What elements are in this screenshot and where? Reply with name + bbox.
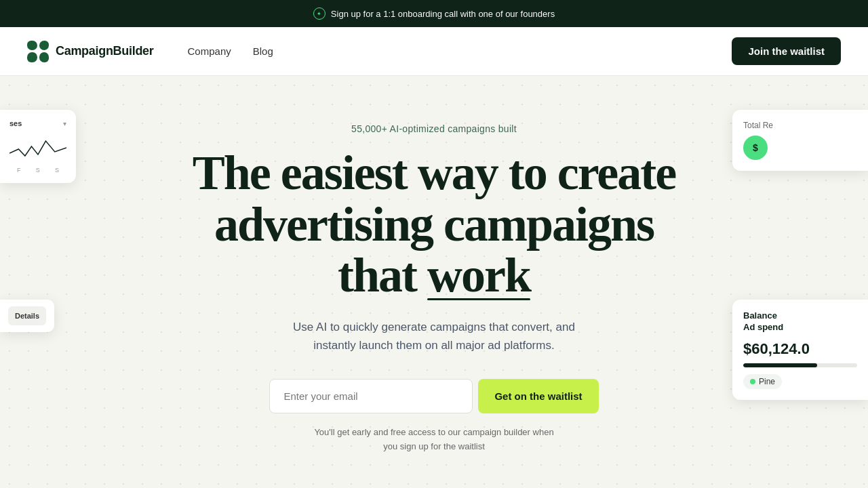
widget-left-details: Details [0,300,54,332]
widget-right-balance: Balance Ad spend $60,124.0 Pine [732,300,868,400]
balance-label: Balance [743,310,857,321]
hero-note-line2: you sign up for the waitlist [383,441,485,451]
email-input[interactable] [269,379,473,413]
dollar-circle: $ [743,136,768,160]
balance-amount: $60,124.0 [743,340,857,358]
hero-subtitle: Use AI to quickly generate campaigns tha… [176,318,692,354]
logo-icon [27,41,49,62]
banner-text: Sign up for a 1:1 onboarding call with o… [331,9,555,19]
nav-links: Company Blog [188,45,732,58]
pine-dot-icon [750,379,755,384]
hero-title-underline: work [427,250,530,302]
logo-dot-3 [27,52,37,62]
hero-subtitle-line1: Use AI to quickly generate campaigns tha… [293,321,575,333]
hero-section: ses ▾ F S S Details Total Re $ Balance A… [0,76,868,488]
banner-icon [313,7,326,20]
hero-title-line1: The easiest way to create [193,146,675,200]
get-on-waitlist-button[interactable]: Get on the waitlist [478,379,598,413]
hero-note: You'll get early and free access to our … [176,426,692,454]
chart-label-f: F [17,167,21,174]
nav-company-link[interactable]: Company [188,45,231,57]
balance-progress-fill [743,363,817,367]
widget-left-label: ses [9,119,22,127]
top-banner: Sign up for a 1:1 onboarding call with o… [0,0,868,27]
chart-label-s2: S [55,167,59,174]
pine-tag: Pine [743,374,782,389]
balance-progress-bar [743,363,857,367]
logo-text: CampaignBuilder [56,44,154,58]
hero-badge: 55,000+ AI-optimized campaigns built [176,123,692,134]
email-form: Get on the waitlist [176,379,692,413]
hero-title: The easiest way to create advertising ca… [176,148,692,302]
widget-left-chart: ses ▾ F S S [0,110,76,183]
hero-note-line1: You'll get early and free access to our … [314,427,553,437]
total-revenue-label: Total Re [743,121,857,130]
chart-labels: F S S [9,167,66,174]
hero-content: 55,000+ AI-optimized campaigns built The… [176,123,692,454]
chevron-down-icon: ▾ [63,120,66,127]
nav-cta-button[interactable]: Join the waitlist [732,37,841,65]
mini-chart-svg [9,134,66,161]
logo-dot-1 [27,41,37,51]
logo-dot-4 [39,52,50,62]
logo-dot-2 [39,41,50,51]
nav: CampaignBuilder Company Blog Join the wa… [0,27,868,76]
chart-label-s1: S [36,167,40,174]
ad-spend-label: Ad spend [743,322,857,332]
nav-blog-link[interactable]: Blog [253,45,273,57]
widget-right-total: Total Re $ [732,110,868,171]
logo-link[interactable]: CampaignBuilder [27,41,154,62]
pine-label: Pine [759,377,775,386]
hero-subtitle-line2: instantly launch them on all major ad pl… [313,339,554,352]
details-button[interactable]: Details [8,306,46,325]
